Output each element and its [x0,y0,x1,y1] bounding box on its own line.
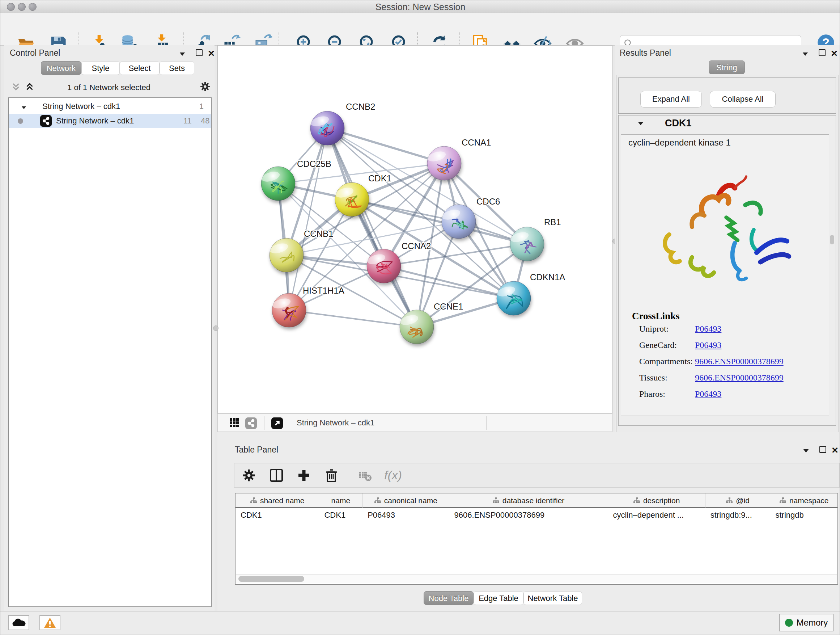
protein-node-CCNA1: CCNA1 [426,138,491,180]
network-row-selected[interactable]: String Network – cdk1 11 48 [9,114,211,128]
protein-node-RB1: RB1 [509,217,561,261]
tab-edge-table[interactable]: Edge Table [474,591,523,605]
table-panel-float-button[interactable] [817,445,828,456]
expand-all-button[interactable]: Expand All [640,91,702,108]
svg-text:CCNE1: CCNE1 [434,302,463,311]
protein-section: CDK1 cyclin–dependent kinase 1 [618,115,836,426]
column-header-namespace[interactable]: namespace [770,494,837,508]
svg-text:CDC6: CDC6 [477,196,500,206]
tree-attribute-icon [374,497,381,504]
collapse-all-networks-button[interactable] [11,81,24,92]
control-panel-menu-button[interactable] [177,48,188,59]
double-chevron-down-icon [11,82,21,92]
table-header-row: shared name name canonical name database… [235,494,837,508]
control-panel: Control Panel ✕ Network Style Select Set… [4,45,215,611]
vertical-splitter-handle-left[interactable] [213,325,218,331]
results-scrollbar-handle[interactable] [830,235,834,244]
crosslink-link[interactable]: 9606.ENSP00000378699 [695,373,783,383]
table-horizontal-scrollbar[interactable] [236,574,837,583]
crosslink-link[interactable]: P06493 [695,324,722,334]
crosslink-link[interactable]: P06493 [695,340,722,350]
results-panel-menu-button[interactable] [800,48,811,59]
column-header-description[interactable]: description [608,494,706,508]
cell-id[interactable]: stringdb:9... [706,508,771,523]
column-header-canonical-name[interactable]: canonical name [363,494,449,508]
tab-sets[interactable]: Sets [159,61,194,75]
tab-network-table[interactable]: Network Table [523,591,582,605]
cell-canonical-name[interactable]: P06493 [363,508,449,523]
svg-text:HIST1H1A: HIST1H1A [303,286,344,295]
string-network-graph: CCNB2CCNA1CDC25BCDK1CDC6RB1CCNB1CCNA2CDK… [218,46,612,413]
delete-column-button[interactable] [324,467,341,484]
column-header-database-identifier[interactable]: database identifier [449,494,608,508]
plus-icon [297,468,311,483]
collection-disclosure-triangle[interactable] [21,103,27,112]
expand-all-networks-button[interactable] [25,81,37,92]
scrollbar-thumb[interactable] [238,576,304,582]
column-header-id[interactable]: @id [706,494,771,508]
fx-icon: f(x) [382,467,408,483]
table-options-gear-button[interactable] [242,467,258,484]
table-panel-title: Table Panel [235,445,278,455]
collapse-all-button[interactable]: Collapse All [710,91,775,108]
crosslink-label: GeneCard: [639,340,677,350]
network-options-gear-button[interactable] [199,81,212,92]
crosslink-link[interactable]: 9606.ENSP00000378699 [695,356,783,366]
network-collection-row[interactable]: String Network – cdk1 1 [9,100,211,114]
add-column-button[interactable] [297,467,313,484]
protein-description: cyclin–dependent kinase 1 [628,138,731,148]
birdseye-grid-button[interactable] [229,417,240,428]
warning-status-button[interactable] [39,615,60,630]
protein-node-CDK1: CDK1 [334,173,392,217]
svg-text:CDKN1A: CDKN1A [530,272,565,282]
window-title: Session: New Session [0,2,840,12]
control-panel-close-button[interactable]: ✕ [206,48,217,59]
svg-text:CDC25B: CDC25B [297,159,332,169]
tree-attribute-icon [493,497,500,504]
control-panel-float-button[interactable] [194,48,204,59]
network-view-title: String Network – cdk1 [297,418,374,428]
results-panel-title: Results Panel [620,48,671,58]
column-header-name[interactable]: name [319,494,363,508]
crosslink-label: Tissues: [639,373,668,383]
cell-description[interactable]: cyclin–dependent ... [608,508,706,523]
cell-database-identifier[interactable]: 9606.ENSP00000378699 [449,508,608,523]
control-panel-title: Control Panel [10,48,60,58]
collection-count: 1 [199,102,204,111]
crosslinks-section: CrossLinks Uniprot: P06493 GeneCard: P06… [621,310,829,405]
memory-button[interactable]: Memory [779,614,834,631]
results-panel-close-button[interactable]: ✕ [829,48,840,59]
column-header-shared-name[interactable]: shared name [235,494,319,508]
warning-icon [43,617,57,629]
protein-disclosure-triangle[interactable] [638,120,644,127]
cell-shared-name[interactable]: CDK1 [235,508,319,523]
cloud-status-button[interactable] [8,615,29,630]
results-panel-float-button[interactable] [816,48,827,59]
crosslink-label: Uniprot: [639,324,668,334]
network-view-canvas[interactable]: CCNB2CCNA1CDC25BCDK1CDC6RB1CCNB1CCNA2CDK… [218,45,613,414]
cell-namespace[interactable]: stringdb [770,508,837,523]
svg-text:f(x): f(x) [384,468,402,482]
tab-string[interactable]: String [709,60,745,74]
tab-node-table[interactable]: Node Table [424,591,474,605]
crosslinks-title: CrossLinks [632,310,829,322]
node-count: 11 [183,116,192,126]
table-panel-close-button[interactable]: ✕ [829,445,840,456]
function-builder-button[interactable]: f(x) [382,467,411,484]
crosslink-link[interactable]: P06493 [695,389,722,399]
string-view-badge[interactable] [245,417,257,429]
tab-style[interactable]: Style [81,61,120,75]
show-columns-button[interactable] [269,467,286,484]
tab-network[interactable]: Network [41,61,81,75]
delete-table-button[interactable] [357,467,374,484]
tree-attribute-icon [726,497,733,504]
cell-name[interactable]: CDK1 [319,508,363,523]
table-panel-menu-button[interactable] [801,445,812,456]
svg-text:CCNA2: CCNA2 [401,241,431,251]
string-network-badge [40,115,52,127]
table-row[interactable]: CDK1 CDK1 P06493 9606.ENSP00000378699 cy… [235,508,837,523]
tab-select[interactable]: Select [120,61,159,75]
tree-attribute-icon [633,497,640,504]
open-in-new-window-button[interactable] [271,417,283,429]
titlebar: Session: New Session [0,0,840,13]
